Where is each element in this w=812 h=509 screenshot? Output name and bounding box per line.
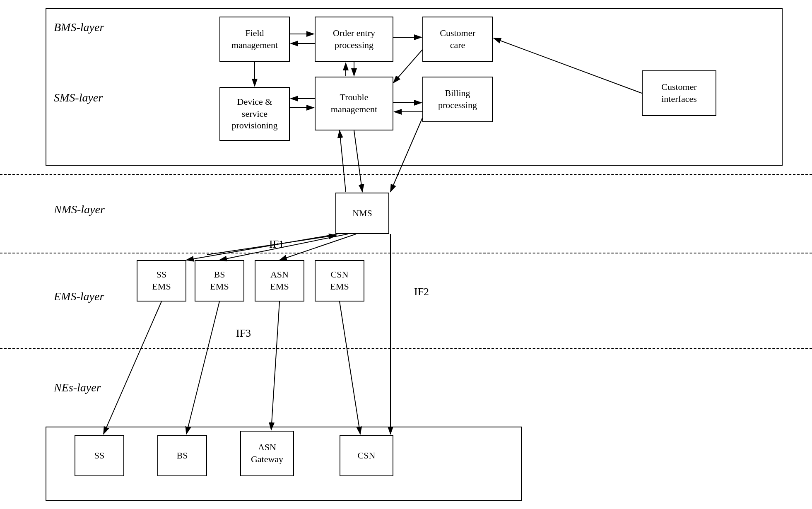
csn-ems-box: CSN EMS (315, 260, 364, 302)
customer-interfaces-box: Customer interfaces (642, 70, 716, 116)
ss-ems-box: SS EMS (137, 260, 186, 302)
svg-line-19 (280, 234, 356, 260)
if2-label: IF2 (414, 286, 429, 298)
svg-line-24 (271, 302, 280, 430)
ss-box: SS (75, 435, 124, 476)
nes-layer-label: NEs-layer (54, 381, 101, 394)
bms-sms-separator (0, 174, 812, 175)
svg-line-23 (186, 302, 219, 434)
sms-layer-label: SMS-layer (54, 91, 103, 104)
customer-care-box: Customer care (422, 17, 493, 62)
bs-box: BS (157, 435, 207, 476)
if1-label: IF1 (269, 238, 284, 251)
asn-gateway-box: ASN Gateway (240, 431, 294, 476)
svg-line-25 (340, 302, 360, 434)
trouble-management-box: Trouble management (315, 77, 393, 130)
ems-nes-separator (0, 348, 812, 349)
field-management-box: Field management (219, 17, 290, 62)
nms-layer-label: NMS-layer (54, 203, 105, 216)
device-service-box: Device & service provisioning (219, 87, 290, 141)
nms-box: NMS (335, 193, 389, 234)
diagram: BMS-layer SMS-layer NMS-layer EMS-layer … (0, 0, 812, 509)
asn-ems-box: ASN EMS (255, 260, 304, 302)
svg-line-22 (104, 302, 161, 434)
ems-layer-label: EMS-layer (54, 290, 104, 303)
bms-layer-label: BMS-layer (54, 21, 104, 34)
bs-ems-box: BS EMS (195, 260, 244, 302)
svg-line-17 (186, 234, 337, 260)
csn-box: CSN (340, 435, 393, 476)
if3-label: IF3 (236, 327, 251, 340)
billing-box: Billing processing (422, 77, 493, 122)
order-entry-box: Order entry processing (315, 17, 393, 62)
nms-ems-separator (0, 253, 812, 253)
